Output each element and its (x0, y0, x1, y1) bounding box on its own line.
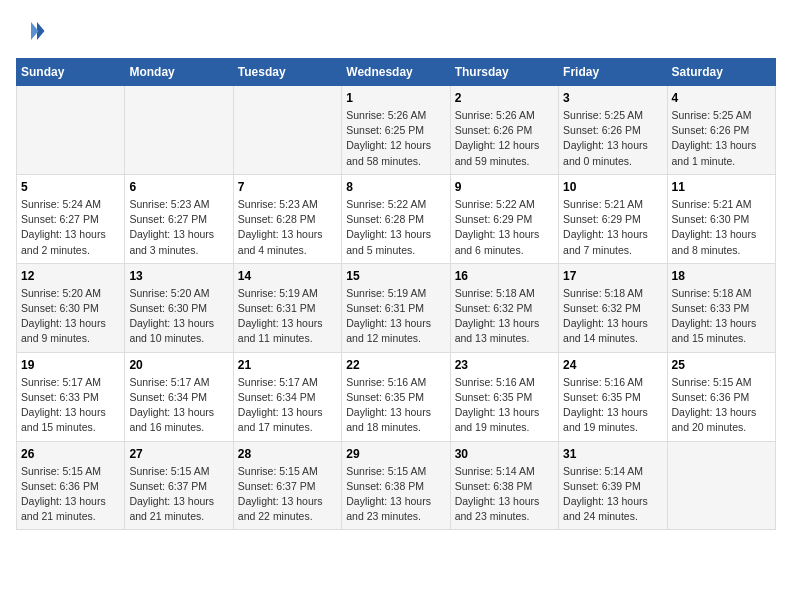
day-number: 25 (672, 358, 771, 372)
day-number: 17 (563, 269, 662, 283)
cell-content: Sunrise: 5:25 AMSunset: 6:26 PMDaylight:… (563, 108, 662, 169)
calendar-cell: 23Sunrise: 5:16 AMSunset: 6:35 PMDayligh… (450, 352, 558, 441)
calendar-cell: 2Sunrise: 5:26 AMSunset: 6:26 PMDaylight… (450, 86, 558, 175)
calendar-cell: 13Sunrise: 5:20 AMSunset: 6:30 PMDayligh… (125, 263, 233, 352)
calendar-cell: 16Sunrise: 5:18 AMSunset: 6:32 PMDayligh… (450, 263, 558, 352)
calendar-cell: 3Sunrise: 5:25 AMSunset: 6:26 PMDaylight… (559, 86, 667, 175)
calendar-week-row: 19Sunrise: 5:17 AMSunset: 6:33 PMDayligh… (17, 352, 776, 441)
calendar-cell: 30Sunrise: 5:14 AMSunset: 6:38 PMDayligh… (450, 441, 558, 530)
day-number: 13 (129, 269, 228, 283)
calendar-week-row: 12Sunrise: 5:20 AMSunset: 6:30 PMDayligh… (17, 263, 776, 352)
day-number: 10 (563, 180, 662, 194)
day-number: 21 (238, 358, 337, 372)
day-number: 5 (21, 180, 120, 194)
calendar-cell: 4Sunrise: 5:25 AMSunset: 6:26 PMDaylight… (667, 86, 775, 175)
cell-content: Sunrise: 5:23 AMSunset: 6:27 PMDaylight:… (129, 197, 228, 258)
day-number: 14 (238, 269, 337, 283)
day-number: 2 (455, 91, 554, 105)
day-number: 26 (21, 447, 120, 461)
cell-content: Sunrise: 5:15 AMSunset: 6:37 PMDaylight:… (238, 464, 337, 525)
cell-content: Sunrise: 5:26 AMSunset: 6:25 PMDaylight:… (346, 108, 445, 169)
calendar-cell: 29Sunrise: 5:15 AMSunset: 6:38 PMDayligh… (342, 441, 450, 530)
cell-content: Sunrise: 5:19 AMSunset: 6:31 PMDaylight:… (238, 286, 337, 347)
day-number: 22 (346, 358, 445, 372)
cell-content: Sunrise: 5:26 AMSunset: 6:26 PMDaylight:… (455, 108, 554, 169)
cell-content: Sunrise: 5:20 AMSunset: 6:30 PMDaylight:… (21, 286, 120, 347)
calendar-cell: 21Sunrise: 5:17 AMSunset: 6:34 PMDayligh… (233, 352, 341, 441)
cell-content: Sunrise: 5:16 AMSunset: 6:35 PMDaylight:… (346, 375, 445, 436)
calendar-cell (233, 86, 341, 175)
day-number: 6 (129, 180, 228, 194)
header-cell-sunday: Sunday (17, 59, 125, 86)
cell-content: Sunrise: 5:16 AMSunset: 6:35 PMDaylight:… (455, 375, 554, 436)
day-number: 28 (238, 447, 337, 461)
header-cell-wednesday: Wednesday (342, 59, 450, 86)
calendar-cell: 18Sunrise: 5:18 AMSunset: 6:33 PMDayligh… (667, 263, 775, 352)
logo[interactable] (16, 16, 50, 46)
calendar-table: SundayMondayTuesdayWednesdayThursdayFrid… (16, 58, 776, 530)
calendar-cell: 7Sunrise: 5:23 AMSunset: 6:28 PMDaylight… (233, 174, 341, 263)
calendar-cell: 26Sunrise: 5:15 AMSunset: 6:36 PMDayligh… (17, 441, 125, 530)
day-number: 27 (129, 447, 228, 461)
calendar-cell: 19Sunrise: 5:17 AMSunset: 6:33 PMDayligh… (17, 352, 125, 441)
calendar-cell: 1Sunrise: 5:26 AMSunset: 6:25 PMDaylight… (342, 86, 450, 175)
day-number: 7 (238, 180, 337, 194)
day-number: 11 (672, 180, 771, 194)
calendar-cell (125, 86, 233, 175)
page-header (16, 16, 776, 46)
cell-content: Sunrise: 5:17 AMSunset: 6:33 PMDaylight:… (21, 375, 120, 436)
calendar-cell: 28Sunrise: 5:15 AMSunset: 6:37 PMDayligh… (233, 441, 341, 530)
calendar-cell: 11Sunrise: 5:21 AMSunset: 6:30 PMDayligh… (667, 174, 775, 263)
cell-content: Sunrise: 5:21 AMSunset: 6:30 PMDaylight:… (672, 197, 771, 258)
day-number: 1 (346, 91, 445, 105)
day-number: 24 (563, 358, 662, 372)
cell-content: Sunrise: 5:17 AMSunset: 6:34 PMDaylight:… (129, 375, 228, 436)
cell-content: Sunrise: 5:24 AMSunset: 6:27 PMDaylight:… (21, 197, 120, 258)
cell-content: Sunrise: 5:21 AMSunset: 6:29 PMDaylight:… (563, 197, 662, 258)
calendar-cell: 20Sunrise: 5:17 AMSunset: 6:34 PMDayligh… (125, 352, 233, 441)
calendar-cell: 24Sunrise: 5:16 AMSunset: 6:35 PMDayligh… (559, 352, 667, 441)
calendar-cell: 9Sunrise: 5:22 AMSunset: 6:29 PMDaylight… (450, 174, 558, 263)
cell-content: Sunrise: 5:14 AMSunset: 6:38 PMDaylight:… (455, 464, 554, 525)
day-number: 23 (455, 358, 554, 372)
day-number: 30 (455, 447, 554, 461)
header-cell-saturday: Saturday (667, 59, 775, 86)
calendar-cell: 31Sunrise: 5:14 AMSunset: 6:39 PMDayligh… (559, 441, 667, 530)
calendar-cell: 15Sunrise: 5:19 AMSunset: 6:31 PMDayligh… (342, 263, 450, 352)
day-number: 16 (455, 269, 554, 283)
cell-content: Sunrise: 5:15 AMSunset: 6:37 PMDaylight:… (129, 464, 228, 525)
calendar-week-row: 1Sunrise: 5:26 AMSunset: 6:25 PMDaylight… (17, 86, 776, 175)
calendar-cell: 8Sunrise: 5:22 AMSunset: 6:28 PMDaylight… (342, 174, 450, 263)
calendar-cell (17, 86, 125, 175)
cell-content: Sunrise: 5:18 AMSunset: 6:33 PMDaylight:… (672, 286, 771, 347)
day-number: 29 (346, 447, 445, 461)
cell-content: Sunrise: 5:22 AMSunset: 6:29 PMDaylight:… (455, 197, 554, 258)
day-number: 3 (563, 91, 662, 105)
cell-content: Sunrise: 5:20 AMSunset: 6:30 PMDaylight:… (129, 286, 228, 347)
cell-content: Sunrise: 5:15 AMSunset: 6:36 PMDaylight:… (21, 464, 120, 525)
day-number: 31 (563, 447, 662, 461)
header-cell-tuesday: Tuesday (233, 59, 341, 86)
header-cell-thursday: Thursday (450, 59, 558, 86)
calendar-cell: 27Sunrise: 5:15 AMSunset: 6:37 PMDayligh… (125, 441, 233, 530)
cell-content: Sunrise: 5:18 AMSunset: 6:32 PMDaylight:… (455, 286, 554, 347)
day-number: 8 (346, 180, 445, 194)
logo-icon (16, 16, 46, 46)
calendar-cell: 5Sunrise: 5:24 AMSunset: 6:27 PMDaylight… (17, 174, 125, 263)
header-cell-friday: Friday (559, 59, 667, 86)
day-number: 20 (129, 358, 228, 372)
calendar-cell: 17Sunrise: 5:18 AMSunset: 6:32 PMDayligh… (559, 263, 667, 352)
day-number: 4 (672, 91, 771, 105)
cell-content: Sunrise: 5:16 AMSunset: 6:35 PMDaylight:… (563, 375, 662, 436)
cell-content: Sunrise: 5:15 AMSunset: 6:36 PMDaylight:… (672, 375, 771, 436)
cell-content: Sunrise: 5:19 AMSunset: 6:31 PMDaylight:… (346, 286, 445, 347)
calendar-cell: 25Sunrise: 5:15 AMSunset: 6:36 PMDayligh… (667, 352, 775, 441)
cell-content: Sunrise: 5:17 AMSunset: 6:34 PMDaylight:… (238, 375, 337, 436)
cell-content: Sunrise: 5:15 AMSunset: 6:38 PMDaylight:… (346, 464, 445, 525)
day-number: 15 (346, 269, 445, 283)
header-row: SundayMondayTuesdayWednesdayThursdayFrid… (17, 59, 776, 86)
calendar-week-row: 26Sunrise: 5:15 AMSunset: 6:36 PMDayligh… (17, 441, 776, 530)
calendar-cell (667, 441, 775, 530)
cell-content: Sunrise: 5:23 AMSunset: 6:28 PMDaylight:… (238, 197, 337, 258)
calendar-cell: 10Sunrise: 5:21 AMSunset: 6:29 PMDayligh… (559, 174, 667, 263)
